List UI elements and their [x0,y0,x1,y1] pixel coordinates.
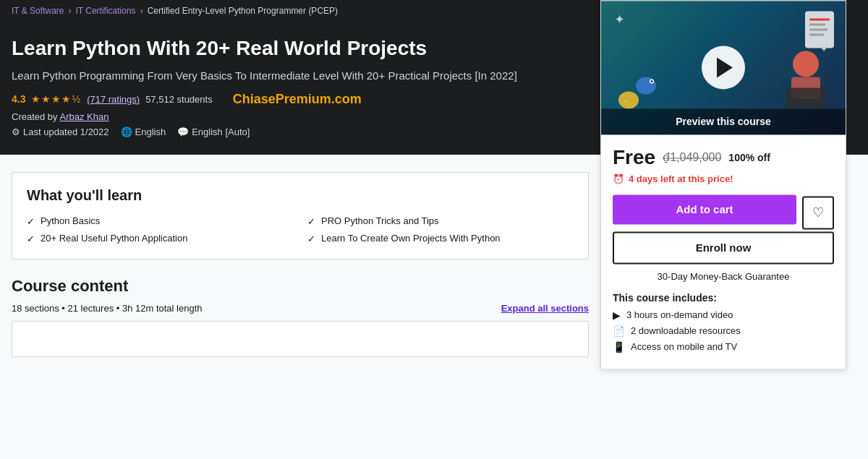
includes-item-resources: 📄 2 downloadable resources [613,325,834,337]
includes-item-video: ▶ 3 hours on-demand video [613,309,834,321]
play-button[interactable] [702,46,745,90]
mobile-icon: 📱 [613,341,625,353]
urgency-text: 4 days left at this price! [629,173,733,184]
watermark: ChiasePremium.com [233,92,362,107]
svg-rect-6 [786,87,825,108]
learn-item-1: ✓ Python Basics [27,215,293,227]
students-count: 57,512 students [145,94,213,105]
video-icon: ▶ [613,309,621,321]
add-to-cart-button[interactable]: Add to cart [613,194,796,224]
rating-score: 4.3 [12,93,25,105]
check-icon-3: ✓ [27,233,35,244]
main-content: What you'll learn ✓ Python Basics ✓ PRO … [0,155,600,383]
breadcrumb-item-3: Certified Entry-Level Python Programmer … [148,6,338,16]
learn-item-2: ✓ PRO Python Tricks and Tips [307,215,574,227]
guarantee-text: 30-Day Money-Back Guarantee [613,271,834,282]
language-label: English [135,126,166,137]
svg-point-3 [651,80,653,82]
course-thumbnail[interactable]: ✦ ✦ ✦ [601,1,846,134]
includes-list: ▶ 3 hours on-demand video 📄 2 downloadab… [613,309,834,353]
cart-row: Add to cart ♡ [613,194,834,231]
rating-count[interactable]: (717 ratings) [87,94,140,105]
learn-box: What you'll learn ✓ Python Basics ✓ PRO … [12,172,589,259]
svg-point-4 [793,51,819,77]
price-free: Free [613,146,655,169]
updated-meta: ⚙ Last updated 1/2022 [12,126,109,137]
check-icon-2: ✓ [307,216,315,227]
person-deco [773,48,838,113]
page-layout: What you'll learn ✓ Python Basics ✓ PRO … [0,155,868,383]
preview-label[interactable]: Preview this course [601,108,846,134]
course-header: Learn Python With 20+ Real World Project… [0,22,600,155]
content-stats: 18 sections • 21 lectures • 3h 12m total… [12,303,202,314]
content-meta: 18 sections • 21 lectures • 3h 12m total… [12,303,589,314]
learn-grid: ✓ Python Basics ✓ PRO Python Tricks and … [27,215,574,244]
learn-item-label-4: Learn To Create Own Projects With Python [321,233,501,244]
clock-icon: ⏰ [613,173,624,184]
breadcrumb-sep-2: › [140,6,143,16]
urgency-row: ⏰ 4 days left at this price! [613,173,834,184]
learn-title: What you'll learn [27,187,574,204]
captions-icon: 💬 [177,126,189,137]
rating-row: 4.3 ★★★★½ (717 ratings) 57,512 students … [12,92,589,107]
enroll-button[interactable]: Enroll now [613,231,834,264]
learn-item-4: ✓ Learn To Create Own Projects With Pyth… [307,233,574,244]
includes-label-video: 3 hours on-demand video [626,310,733,321]
svg-rect-8 [809,18,830,20]
includes-label-mobile: Access on mobile and TV [631,342,737,353]
breadcrumb-item-1[interactable]: IT & Software [12,6,64,16]
course-title: Learn Python With 20+ Real World Project… [12,36,589,61]
breadcrumb-sep-1: › [68,6,71,16]
price-row: Free ₫1,049,000 100% off [613,146,834,169]
price-off: 100% off [728,152,770,163]
course-content-section: Course content 18 sections • 21 lectures… [12,277,589,357]
globe-icon: 🌐 [121,126,132,137]
includes-item-mobile: 📱 Access on mobile and TV [613,341,834,353]
includes-title: This course includes: [613,292,834,304]
svg-rect-9 [809,23,825,25]
update-icon: ⚙ [12,126,20,137]
learn-item-3: ✓ 20+ Real Useful Python Application [27,233,293,244]
expand-sections-button[interactable]: Expand all sections [501,303,589,314]
creator-label: Created by [12,111,58,122]
creator-row: Created by Arbaz Khan [12,111,589,122]
course-subtitle: Learn Python Programming From Very Basic… [12,68,589,83]
checklist-deco [802,9,837,49]
check-icon-4: ✓ [307,233,315,244]
includes-label-resources: 2 downloadable resources [631,326,741,337]
svg-rect-11 [809,33,824,35]
language-meta: 🌐 English [121,126,166,137]
check-icon-1: ✓ [27,216,35,227]
learn-item-label-1: Python Basics [41,215,100,226]
deco-star-1: ✦ [614,12,625,27]
course-content-title: Course content [12,277,589,296]
python-snake-deco [616,62,659,113]
resources-icon: 📄 [613,325,625,337]
learn-item-label-3: 20+ Real Useful Python Application [41,233,187,244]
svg-point-0 [618,91,639,108]
wishlist-button[interactable]: ♡ [802,197,834,230]
sections-list [12,321,589,357]
meta-row: ⚙ Last updated 1/2022 🌐 English 💬 Englis… [12,126,589,137]
stars: ★★★★½ [31,93,81,105]
updated-label: Last updated 1/2022 [23,126,109,137]
sidebar-body: Free ₫1,049,000 100% off ⏰ 4 days left a… [601,134,846,369]
creator-link[interactable]: Arbaz Khan [60,111,109,122]
breadcrumb-item-2[interactable]: IT Certifications [75,6,135,16]
captions-meta: 💬 English [Auto] [177,126,250,137]
course-sidebar: ✦ ✦ ✦ [600,0,846,369]
price-original: ₫1,049,000 [663,151,721,165]
captions-label: English [Auto] [192,126,250,137]
svg-rect-10 [809,28,827,30]
learn-item-label-2: PRO Python Tricks and Tips [321,215,439,226]
